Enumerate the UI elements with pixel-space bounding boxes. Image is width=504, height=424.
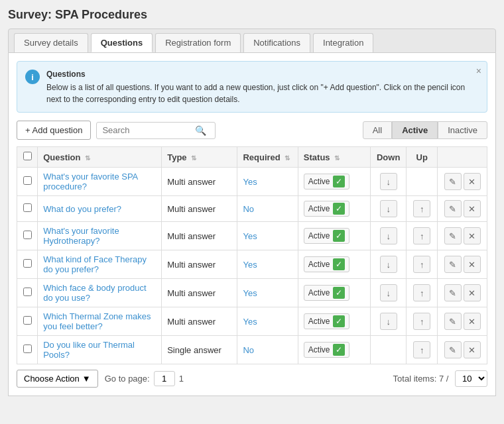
tab-notifications[interactable]: Notifications	[243, 33, 310, 52]
question-link[interactable]: Which Thermal Zone makes you feel better…	[43, 311, 151, 331]
row-down-cell: ↓	[370, 279, 406, 307]
row-up-cell: ↑	[407, 196, 438, 222]
tab-questions[interactable]: Questions	[91, 33, 153, 52]
row-down-cell: ↓	[370, 196, 406, 222]
row-required: Yes	[237, 168, 298, 196]
edit-button[interactable]: ✎	[444, 173, 462, 190]
status-toggle[interactable]: ✓	[333, 315, 345, 327]
sort-arrows-question[interactable]: ⇅	[85, 154, 90, 162]
table-row: Which Thermal Zone makes you feel better…	[17, 307, 487, 336]
question-link[interactable]: What's your favorite SPA procedure?	[43, 172, 137, 191]
move-down-button[interactable]: ↓	[380, 173, 397, 190]
status-toggle[interactable]: ✓	[333, 344, 345, 356]
close-icon[interactable]: ×	[476, 66, 481, 76]
row-down-cell: ↓	[370, 168, 406, 196]
edit-button[interactable]: ✎	[444, 227, 462, 244]
table-row: What's your favorite SPA procedure? Mult…	[17, 168, 487, 196]
row-checkbox-cell	[17, 307, 38, 336]
filter-active-button[interactable]: Active	[392, 121, 438, 139]
delete-button[interactable]: ✕	[464, 227, 481, 244]
edit-button[interactable]: ✎	[444, 256, 462, 273]
questions-table: Question ⇅ Type ⇅ Required ⇅ Status ⇅ Do…	[17, 146, 487, 364]
move-down-button[interactable]: ↓	[380, 227, 397, 244]
sort-arrows-type[interactable]: ⇅	[191, 154, 196, 162]
row-checkbox[interactable]	[23, 288, 32, 296]
edit-button[interactable]: ✎	[444, 341, 462, 358]
question-link[interactable]: Which face & body product do you use?	[43, 283, 146, 303]
row-checkbox-cell	[17, 279, 38, 307]
move-down-button[interactable]: ↓	[380, 313, 397, 330]
status-toggle[interactable]: ✓	[333, 258, 345, 270]
status-toggle[interactable]: ✓	[333, 203, 345, 215]
move-up-button[interactable]: ↑	[413, 227, 430, 244]
sort-arrows-status[interactable]: ⇅	[334, 154, 340, 162]
tab-registration-form[interactable]: Registration form	[155, 33, 241, 52]
filter-all-button[interactable]: All	[363, 121, 392, 139]
status-toggle[interactable]: ✓	[333, 287, 345, 299]
delete-button[interactable]: ✕	[464, 256, 481, 273]
delete-button[interactable]: ✕	[464, 313, 481, 330]
delete-button[interactable]: ✕	[464, 173, 481, 190]
row-required: Yes	[237, 222, 298, 250]
move-down-button[interactable]: ↓	[380, 256, 397, 273]
search-icon: 🔍	[195, 125, 206, 136]
delete-button[interactable]: ✕	[464, 341, 481, 358]
info-icon: i	[25, 70, 40, 84]
info-text: Questions Below is a list of all questio…	[46, 68, 479, 105]
tab-survey-details[interactable]: Survey details	[14, 33, 88, 52]
status-toggle[interactable]: ✓	[333, 176, 345, 187]
move-up-button[interactable]: ↑	[413, 256, 430, 273]
move-up-button[interactable]: ↑	[413, 284, 430, 301]
delete-button[interactable]: ✕	[464, 200, 481, 217]
row-down-cell	[370, 336, 406, 364]
row-type: Multi answer	[162, 279, 237, 307]
move-up-button[interactable]: ↑	[413, 341, 430, 358]
page-input[interactable]	[154, 371, 175, 386]
header-up: Up	[407, 147, 438, 168]
main-content: i Questions Below is a list of all quest…	[8, 53, 496, 396]
question-link[interactable]: What's your favorite Hydrotherapy?	[43, 226, 119, 246]
edit-button[interactable]: ✎	[444, 200, 462, 217]
add-question-button[interactable]: + Add question	[17, 121, 91, 140]
row-checkbox[interactable]	[23, 231, 32, 239]
question-link[interactable]: What kind of Face Therapy do you prefer?	[43, 254, 147, 274]
header-status: Status ⇅	[298, 147, 370, 168]
move-down-button[interactable]: ↓	[380, 284, 397, 301]
select-all-checkbox[interactable]	[23, 152, 32, 160]
row-checkbox[interactable]	[23, 259, 32, 268]
search-input[interactable]	[102, 125, 195, 135]
status-text: Active	[308, 317, 330, 326]
sort-arrows-required[interactable]: ⇅	[284, 154, 290, 162]
row-required: Yes	[237, 307, 298, 336]
row-checkbox[interactable]	[23, 316, 32, 325]
tab-integration[interactable]: Integration	[313, 33, 373, 52]
move-up-button[interactable]: ↑	[413, 200, 430, 217]
actions-group: ✎ ✕	[443, 200, 481, 217]
question-link[interactable]: What do you prefer?	[43, 204, 121, 214]
row-checkbox-cell	[17, 250, 38, 279]
row-down-cell: ↓	[370, 222, 406, 250]
filter-inactive-button[interactable]: Inactive	[438, 121, 487, 139]
status-toggle[interactable]: ✓	[333, 230, 345, 242]
move-up-button[interactable]: ↑	[413, 313, 430, 330]
choose-action-button[interactable]: Choose Action ▼	[17, 370, 98, 388]
row-up-cell: ↑	[407, 336, 438, 364]
move-down-button[interactable]: ↓	[380, 200, 397, 217]
row-checkbox[interactable]	[23, 203, 32, 212]
edit-button[interactable]: ✎	[444, 284, 462, 301]
table-row: What kind of Face Therapy do you prefer?…	[17, 250, 487, 279]
status-text: Active	[308, 177, 330, 186]
per-page-select[interactable]: 10	[455, 370, 487, 387]
row-checkbox[interactable]	[23, 344, 32, 353]
status-badge: Active ✓	[304, 342, 349, 358]
row-question: What do you prefer?	[38, 196, 162, 222]
edit-button[interactable]: ✎	[444, 313, 462, 330]
row-checkbox-cell	[17, 196, 38, 222]
row-type: Multi answer	[162, 196, 237, 222]
page-total: 1	[179, 374, 184, 384]
row-type: Single answer	[162, 336, 237, 364]
row-checkbox[interactable]	[23, 176, 32, 185]
delete-button[interactable]: ✕	[464, 284, 481, 301]
dropdown-arrow-icon: ▼	[82, 374, 91, 384]
question-link[interactable]: Do you like our Thermal Pools?	[43, 340, 135, 360]
